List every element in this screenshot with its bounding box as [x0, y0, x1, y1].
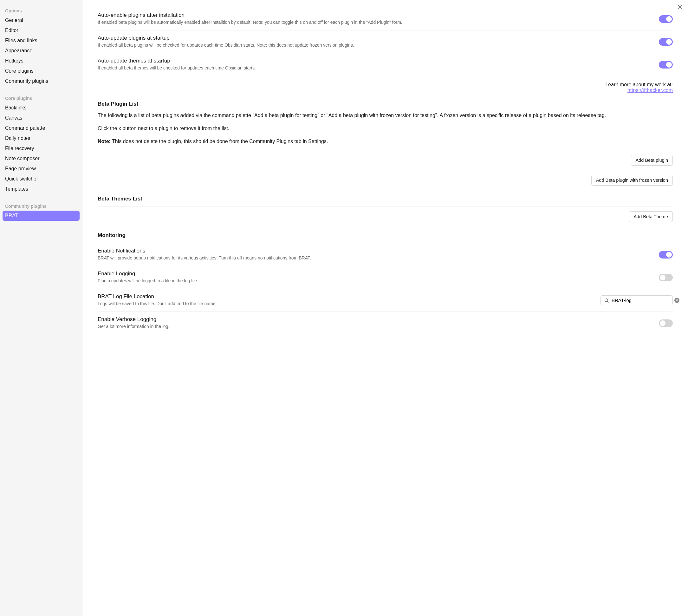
sidebar-item-brat[interactable]: BRAT [2, 211, 79, 221]
sidebar-item-hotkeys[interactable]: Hotkeys [2, 56, 79, 66]
setting-notifications: Enable Notifications BRAT will provide p… [98, 243, 673, 266]
sidebar-item-daily-notes[interactable]: Daily notes [2, 133, 79, 144]
sidebar-item-command-palette[interactable]: Command palette [2, 123, 79, 133]
toggle-auto-update-themes[interactable] [659, 61, 673, 68]
sidebar-item-files-and-links[interactable]: Files and links [2, 36, 79, 46]
sidebar-item-community-plugins[interactable]: Community plugins [2, 76, 79, 86]
setting-title: BRAT Log File Location [98, 293, 594, 300]
sidebar-item-general[interactable]: General [2, 15, 79, 25]
learn-more: Learn more about my work at: https://tft… [599, 78, 673, 95]
toggle-notifications[interactable] [659, 251, 673, 259]
sidebar-item-canvas[interactable]: Canvas [2, 113, 79, 123]
sidebar-item-file-recovery[interactable]: File recovery [2, 144, 79, 154]
setting-auto-enable: Auto-enable plugins after installation I… [98, 7, 673, 30]
add-beta-theme-button[interactable]: Add Beta Theme [629, 211, 673, 222]
close-icon[interactable] [676, 4, 683, 10]
toggle-auto-update-plugins[interactable] [659, 38, 673, 46]
sidebar-item-page-preview[interactable]: Page preview [2, 164, 79, 174]
setting-log-location: BRAT Log File Location Logs will be save… [98, 289, 673, 312]
setting-auto-update-themes: Auto-update themes at startup If enabled… [98, 53, 673, 76]
toggle-verbose[interactable] [659, 320, 673, 327]
setting-desc: Logs will be saved to this file. Don't a… [98, 301, 594, 307]
setting-verbose: Enable Verbose Logging Get a lot more in… [98, 312, 673, 334]
note-label: Note: [98, 139, 111, 144]
sidebar-header-coreplugins: Core plugins [2, 93, 79, 103]
sidebar-item-appearance[interactable]: Appearance [2, 46, 79, 56]
note-text: This does not delete the plugin, this sh… [111, 139, 328, 144]
add-beta-plugin-frozen-row: Add Beta plugin with frozen version [98, 170, 673, 190]
add-beta-plugin-row: Add Beta plugin [98, 150, 673, 170]
setting-auto-update-plugins: Auto-update plugins at startup If enable… [98, 30, 673, 53]
setting-title: Auto-update themes at startup [98, 58, 652, 64]
setting-desc: If enabled all beta plugins will be chec… [98, 42, 652, 48]
heading-beta-themes: Beta Themes List [98, 196, 673, 202]
sidebar-header-communityplugins: Community plugins [2, 201, 79, 211]
beta-plugin-para-2: Click the x button next to a plugin to r… [98, 125, 673, 133]
setting-desc: If enabled all beta themes will be check… [98, 65, 652, 71]
sidebar-item-core-plugins[interactable]: Core plugins [2, 66, 79, 76]
heading-monitoring: Monitoring [98, 232, 673, 239]
setting-title: Auto-update plugins at startup [98, 35, 652, 41]
setting-desc: BRAT will provide popup notifications fo… [98, 255, 652, 261]
add-beta-plugin-frozen-button[interactable]: Add Beta plugin with frozen version [591, 175, 673, 185]
sidebar-item-backlinks[interactable]: Backlinks [2, 103, 79, 113]
beta-plugin-para-1: The following is a list of beta plugins … [98, 112, 673, 119]
sidebar-header-options: Options [2, 6, 79, 15]
settings-sidebar: Options General Editor Files and links A… [0, 0, 83, 616]
learn-more-text: Learn more about my work at: [605, 82, 673, 87]
setting-title: Auto-enable plugins after installation [98, 12, 652, 18]
sidebar-section-coreplugins: Core plugins Backlinks Canvas Command pa… [2, 93, 79, 194]
learn-more-link[interactable]: https://tfthacker.com [627, 88, 673, 93]
heading-beta-plugin-list: Beta Plugin List [98, 101, 673, 107]
clear-icon[interactable] [674, 298, 680, 303]
sidebar-section-options: Options General Editor Files and links A… [2, 6, 79, 86]
setting-title: Enable Notifications [98, 248, 652, 254]
setting-desc: If enabled beta plugins will be automati… [98, 19, 652, 26]
setting-title: Enable Logging [98, 270, 652, 277]
settings-main: Auto-enable plugins after installation I… [83, 0, 688, 616]
sidebar-item-editor[interactable]: Editor [2, 25, 79, 36]
search-icon [604, 298, 609, 303]
sidebar-section-communityplugins: Community plugins BRAT [2, 201, 79, 221]
log-location-input-wrap [600, 295, 673, 305]
beta-plugin-note: Note: This does not delete the plugin, t… [98, 138, 673, 146]
add-beta-theme-row: Add Beta Theme [98, 207, 673, 226]
setting-logging: Enable Logging Plugin updates will be lo… [98, 266, 673, 289]
toggle-logging[interactable] [659, 274, 673, 281]
svg-line-3 [607, 301, 609, 302]
log-location-input[interactable] [612, 298, 672, 303]
sidebar-item-quick-switcher[interactable]: Quick switcher [2, 174, 79, 184]
setting-title: Enable Verbose Logging [98, 316, 652, 323]
setting-desc: Get a lot more information in the log. [98, 323, 652, 330]
setting-desc: Plugin updates will be logged to a file … [98, 278, 652, 284]
add-beta-plugin-button[interactable]: Add Beta plugin [631, 155, 673, 166]
sidebar-item-note-composer[interactable]: Note composer [2, 154, 79, 164]
sidebar-item-templates[interactable]: Templates [2, 184, 79, 194]
toggle-auto-enable[interactable] [659, 15, 673, 23]
